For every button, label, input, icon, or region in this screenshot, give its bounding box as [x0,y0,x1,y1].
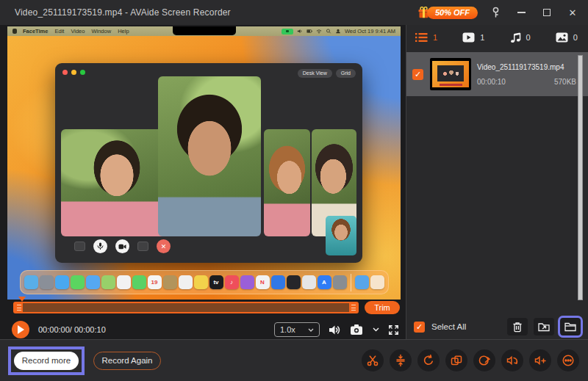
tab-image[interactable]: 0 [556,32,578,43]
dock-icon-trash [370,275,384,289]
facetime-window: Desk View Grid ✕ [55,63,362,263]
tab-audio[interactable]: 0 [510,32,531,43]
merge-action-button[interactable] [390,349,412,371]
trim-action-button[interactable] [362,349,384,371]
menubar-item-facetime: FaceTime [23,28,48,35]
editing-actions [362,349,579,371]
app-window: Video_251119173519.mp4 - AVAide Screen R… [0,0,588,381]
dock-icon-stocks [287,275,301,289]
dock-glyph-calendar: 19 [151,279,158,286]
trim-button[interactable]: Trim [365,301,400,314]
wifi-icon [316,29,322,34]
speed-edit-action-button[interactable] [473,349,495,371]
maximize-button[interactable] [539,4,555,21]
select-all-label: Select All [431,322,466,331]
file-checkbox[interactable]: ✓ [412,69,423,80]
tab-recording-list[interactable]: 1 [415,32,437,43]
record-more-highlight: Record more [8,346,85,375]
facetime-participant-2 [158,76,261,236]
sidebar-scrollbar[interactable] [578,55,583,300]
traffic-lights [62,70,85,75]
dock-icon-downloads [355,275,369,289]
snapshot-options-chevron[interactable] [373,327,379,332]
volume-plus-icon [534,354,547,367]
facetime-participant-3 [264,129,310,236]
recordings-sidebar: 1 1 0 0 ✓ Video_251119173519.mp4 00:00:1… [406,25,588,339]
dock-icon-podcasts [240,275,254,289]
trash-icon [512,322,523,333]
duplicate-action-button[interactable] [445,349,467,371]
dock-icon-finder [24,275,38,289]
mic-icon [93,239,107,253]
video-indicator-icon [282,29,293,35]
dock-glyph-app-store: A [322,279,326,286]
record-again-button[interactable]: Record Again [93,352,161,370]
minimize-traffic-icon [71,70,76,75]
dock-glyph-apple-tv: tv [213,279,218,286]
trim-end-handle[interactable] [349,303,357,312]
minimize-icon [517,12,526,13]
titlebar-controls: 50% OFF ✕ [417,4,581,21]
dock-icon-apple-tv: tv [209,275,223,289]
activation-key-icon[interactable] [487,4,503,21]
dock-icon-system-settings [333,275,347,289]
scissors-icon [366,354,379,367]
dock-icon-photo-booth [271,275,285,289]
dock-icon-notes [194,275,208,289]
player-right-controls: 1.0x [274,322,400,337]
apple-logo-icon [12,29,17,34]
dock-icon-facetime [132,275,146,289]
tab-video[interactable]: 1 [462,32,484,43]
audio-convert-action-button[interactable] [501,349,523,371]
share-screen-icon [137,242,148,251]
desk-view-button: Desk View [298,69,332,78]
copy-icon [450,354,463,367]
video-preview[interactable]: FaceTimeEditVideoWindowHelp Wed Oct 19 9… [7,26,401,300]
video-count: 1 [480,33,484,42]
dock-icon-safari [55,275,69,289]
promo-offer-button[interactable]: 50% OFF [417,7,478,19]
folder-icon [564,322,576,332]
convert-action-button[interactable] [417,349,440,371]
speed-select[interactable]: 1.0x [274,322,320,337]
close-icon: ✕ [569,7,577,18]
control-center-icon [335,29,341,34]
file-name: Video_251119173519.mp4 [477,63,576,71]
dock-icon-reminders [179,275,193,289]
video-tab-icon [462,32,475,43]
select-all-checkbox[interactable]: ✓ [414,322,425,333]
facetime-participant-1 [61,129,173,236]
menubar-item-video: Video [71,28,85,35]
close-button[interactable]: ✕ [564,4,581,21]
dock-icon-messages [71,275,85,289]
volume-button[interactable] [328,324,342,336]
facetime-view-buttons: Desk View Grid [298,69,356,78]
trim-start-handle[interactable] [15,303,23,312]
export-button[interactable] [534,318,554,335]
record-more-button[interactable]: Record more [14,352,79,370]
fullscreen-button[interactable] [387,324,400,336]
titlebar: Video_251119173519.mp4 - AVAide Screen R… [0,0,588,25]
dock-icon-maps [101,275,115,289]
dock-icon-music: ♪ [225,275,239,289]
delete-button[interactable] [507,318,528,335]
audio-count: 0 [526,33,531,42]
more-actions-button[interactable] [557,349,579,371]
time-display: 00:00:00/ 00:00:10 [38,325,106,334]
volume-boost-action-button[interactable] [529,349,551,371]
play-button[interactable] [12,321,29,338]
zoom-traffic-icon [80,70,85,75]
snapshot-button[interactable] [350,324,365,335]
trim-timeline[interactable] [13,302,359,313]
audio-convert-icon [506,354,519,367]
recording-list-item[interactable]: ✓ Video_251119173519.mp4 00:00:10 570KB [406,52,588,96]
open-folder-button[interactable] [560,318,581,335]
menubar-left: FaceTimeEditVideoWindowHelp [12,28,129,35]
dock-glyph-news: N [260,279,265,286]
timeline-selected-range[interactable] [23,303,349,312]
sidebar-bottom-bar: ✓ Select All [406,316,588,338]
grid-button: Grid [336,69,356,78]
close-traffic-icon [62,70,68,75]
menubar-items: FaceTimeEditVideoWindowHelp [23,28,129,35]
minimize-button[interactable] [513,4,529,21]
